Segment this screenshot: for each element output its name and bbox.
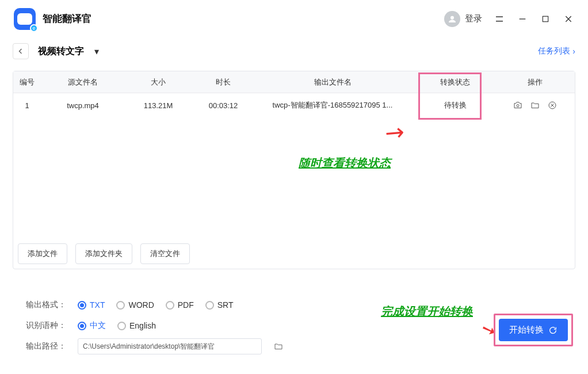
radio-srt[interactable]: SRT <box>205 300 234 310</box>
table-row[interactable]: 1 twcp.mp4 113.21M 00:03:12 twcp-智能翻译官-1… <box>13 93 575 117</box>
cell-actions <box>500 100 570 110</box>
radio-pdf[interactable]: PDF <box>166 300 194 310</box>
delete-icon[interactable] <box>547 100 558 110</box>
cell-status: 待转换 <box>410 100 500 110</box>
col-duration: 时长 <box>192 77 255 87</box>
table-header: 编号 源文件名 大小 时长 输出文件名 转换状态 操作 <box>13 71 575 93</box>
radio-zh[interactable]: 中文 <box>78 320 106 331</box>
close-button[interactable] <box>563 13 574 25</box>
login-button[interactable]: 登录 <box>444 11 482 27</box>
page-title: 视频转文字 <box>38 45 84 58</box>
cell-index: 1 <box>13 101 41 110</box>
annotation-highlight-start: 开始转换 <box>494 314 573 346</box>
back-button[interactable] <box>13 43 29 59</box>
svg-rect-4 <box>543 16 548 21</box>
col-index: 编号 <box>13 77 41 87</box>
folder-icon[interactable] <box>530 100 540 110</box>
output-path-input[interactable] <box>78 338 262 354</box>
annotation-text-1: 随时查看转换状态 <box>299 155 391 171</box>
maximize-button[interactable] <box>540 13 551 25</box>
col-size: 大小 <box>125 77 192 87</box>
output-format-label: 输出格式： <box>26 300 66 310</box>
add-folder-button[interactable]: 添加文件夹 <box>75 243 132 264</box>
start-convert-button[interactable]: 开始转换 <box>499 319 568 341</box>
preview-icon[interactable] <box>513 100 523 110</box>
col-actions: 操作 <box>500 77 570 87</box>
file-buttons: 添加文件 添加文件夹 清空文件 <box>18 243 190 264</box>
refresh-icon <box>548 326 558 335</box>
chevron-right-icon: › <box>572 47 575 56</box>
col-source: 源文件名 <box>41 77 125 87</box>
add-file-button[interactable]: 添加文件 <box>18 243 67 264</box>
file-table: 编号 源文件名 大小 时长 输出文件名 转换状态 操作 1 twcp.mp4 1… <box>13 71 575 269</box>
output-format-row: 输出格式： TXT WORD PDF SRT <box>26 295 571 315</box>
logo-badge: e <box>30 24 38 32</box>
col-status: 转换状态 <box>410 77 500 87</box>
clear-button[interactable]: 清空文件 <box>140 243 190 264</box>
svg-point-0 <box>450 16 454 19</box>
app-logo: e <box>14 8 36 30</box>
app-title: 智能翻译官 <box>43 12 91 25</box>
window-controls <box>494 13 574 25</box>
main-content: 视频转文字 ▾ 任务列表 › 编号 源文件名 大小 时长 输出文件名 转换状态 … <box>0 37 588 269</box>
cell-size: 113.21M <box>125 101 192 110</box>
title-bar: e 智能翻译官 登录 <box>0 0 588 37</box>
language-label: 识别语种： <box>26 320 66 331</box>
radio-en[interactable]: English <box>117 321 156 330</box>
minimize-button[interactable] <box>517 13 528 25</box>
page-header: 视频转文字 ▾ 任务列表 › <box>13 43 575 59</box>
svg-point-7 <box>517 105 519 107</box>
col-output: 输出文件名 <box>255 77 410 87</box>
cell-output: twcp-智能翻译官-168559217095 1... <box>255 100 410 110</box>
browse-folder-icon[interactable] <box>273 341 284 352</box>
menu-icon[interactable] <box>494 13 505 25</box>
chevron-down-icon[interactable]: ▾ <box>94 46 99 57</box>
radio-word[interactable]: WORD <box>116 300 154 310</box>
cell-source: twcp.mp4 <box>41 101 125 110</box>
user-icon <box>444 11 460 27</box>
task-list-link[interactable]: 任务列表 › <box>538 46 575 56</box>
radio-txt[interactable]: TXT <box>78 300 105 310</box>
annotation-text-2: 完成设置开始转换 <box>381 304 473 319</box>
cell-duration: 00:03:12 <box>192 101 255 110</box>
output-path-label: 输出路径： <box>26 341 66 352</box>
